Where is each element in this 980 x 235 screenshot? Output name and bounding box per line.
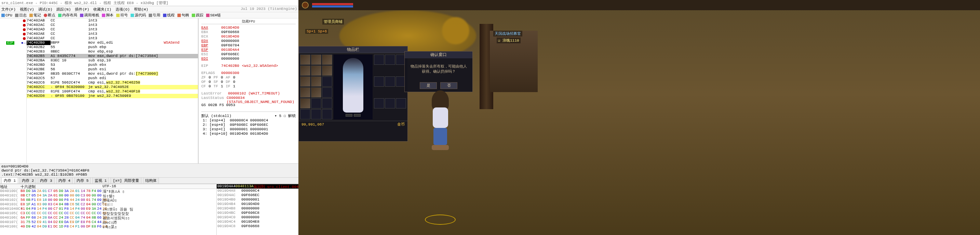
stack-row[interactable]: 0019D4C809F60668 bbox=[217, 224, 298, 229]
inv-slot[interactable] bbox=[300, 65, 310, 76]
local-row[interactable]: 2: [esp+8] 09F606EC 09F606EC bbox=[201, 123, 296, 127]
game-viewport[interactable]: 管理员商铺 Sp+1 Sp+6 天国战场招募官 ☑ 浪魄1110 物品栏 bbox=[298, 0, 980, 235]
registers-panel[interactable]: 隐藏FPU EAX0019D4D0EBX09F60668ECX0019D4D0E… bbox=[198, 19, 298, 163]
hex-body[interactable]: 0040100(B8D03A2A01C705D03A2A011478F400瀃*… bbox=[0, 189, 216, 235]
tab-notes[interactable]: 笔记 bbox=[29, 13, 41, 18]
tab-mem2[interactable]: 内存 2 bbox=[19, 177, 36, 184]
avatar-icon[interactable] bbox=[302, 2, 309, 8]
yes-button[interactable]: 是 bbox=[420, 82, 437, 89]
hex-row[interactable]: 0040105(C3CCCCCCCCCCCCCCCCCCCCCCCCCCCCCC… bbox=[0, 211, 216, 216]
hex-row[interactable]: 0040107(317552E94104D2E0DAE9DFE0F6C4447A… bbox=[0, 220, 216, 224]
reg-eip[interactable]: EIP 74C402B0 <ws2_32.WSASend> bbox=[201, 64, 296, 68]
menu-plugin[interactable]: 插件(P) bbox=[75, 7, 89, 11]
reg-edx[interactable]: EDX00000008 bbox=[201, 39, 296, 43]
tab-callstack[interactable]: 调用堆栈 bbox=[80, 13, 99, 18]
reg-ecx[interactable]: ECX0019D4D0 bbox=[201, 35, 296, 39]
stack-row[interactable]: 0019D4C40019D4E8 bbox=[217, 220, 298, 224]
disasm-row[interactable]: 74C402ADCCint3 bbox=[27, 27, 198, 32]
char-nav-btn[interactable] bbox=[345, 114, 352, 117]
reg-ebx[interactable]: EBX09F60668 bbox=[201, 30, 296, 35]
inv-slot[interactable] bbox=[322, 55, 332, 65]
hex-row[interactable]: 0040103(E81FA1830083C4048BC65EC20400CCCC… bbox=[0, 202, 216, 207]
tab-seh[interactable]: SEH链 bbox=[206, 13, 221, 18]
menu-fav[interactable]: 收藏夹(I) bbox=[93, 7, 111, 11]
tab-mem5[interactable]: 内存 5 bbox=[74, 177, 91, 184]
inv-slot[interactable] bbox=[322, 76, 332, 87]
stack-row[interactable]: 0019D4A40048113A返回到 sro_client.0048113A … bbox=[217, 184, 298, 189]
hex-row[interactable]: 0040108(40D94204D9E1DC1DF8C4F100DFE0F6C4… bbox=[0, 224, 216, 229]
stack-row[interactable]: 0019D4B000000001 bbox=[217, 197, 298, 202]
disasm-row[interactable]: 74C402D281FE 100FC474cmp esi,ws2_32.74C4… bbox=[27, 89, 198, 94]
inv-slot[interactable] bbox=[322, 98, 332, 109]
tab-mem1[interactable]: 内存 1 bbox=[2, 177, 18, 184]
reg-eax[interactable]: EAX0019D4D0 bbox=[201, 25, 296, 30]
menu-file[interactable]: 文件(F) bbox=[2, 7, 16, 11]
char-nav-btn[interactable] bbox=[354, 114, 361, 117]
confirm-dialog[interactable]: 确认窗口 物品掉落失去所有权，可能由他人 获得。确认扔掉吗？ 是 否 bbox=[404, 51, 473, 92]
disasm-row[interactable]: 74C402AFCCint3 bbox=[27, 36, 198, 41]
disasm-row[interactable]: 74C402BF8B35 0030C774mov esi,dword ptr d… bbox=[27, 72, 198, 76]
tab-source[interactable]: 源代码 bbox=[130, 13, 146, 18]
menu-trace[interactable]: 跟踪(N) bbox=[56, 7, 71, 11]
npc-label[interactable]: 天国战场招募官 bbox=[493, 31, 522, 36]
equip-slot[interactable] bbox=[385, 98, 395, 109]
inv-slot[interactable] bbox=[322, 109, 332, 119]
stack-row[interactable]: 0019D4B800000000 bbox=[217, 207, 298, 211]
inv-slot[interactable] bbox=[311, 65, 321, 76]
disasm-row[interactable]: 74C402B5A1 8435C774mov eax,dword ptr ds:… bbox=[27, 54, 198, 58]
tab-threads[interactable]: 线程 bbox=[163, 13, 175, 18]
gutter[interactable]: EIP●→ bbox=[0, 19, 27, 163]
disasm-row[interactable]: 74C402AECCint3 bbox=[27, 32, 198, 36]
tab-breakpoints[interactable]: 断点 bbox=[44, 13, 56, 18]
stack-row[interactable]: 0019D4A8000008C4 bbox=[217, 189, 298, 193]
tab-watch1[interactable]: 监视 1 bbox=[92, 177, 109, 184]
reg-edi[interactable]: EDI00000000 bbox=[201, 57, 296, 61]
equip-slot[interactable] bbox=[374, 98, 384, 109]
inv-slot[interactable] bbox=[311, 109, 321, 119]
disasm-row[interactable]: 74C402BA83EC 10sub esp,10 bbox=[27, 58, 198, 63]
inv-slot[interactable] bbox=[300, 87, 310, 98]
stack-panel[interactable]: 0019D4A40048113A返回到 sro_client.0048113A … bbox=[216, 184, 298, 235]
inv-slot[interactable] bbox=[300, 55, 310, 65]
disasm-row[interactable]: 74C402B255push ebp bbox=[27, 45, 198, 49]
hex-row[interactable]: 0040100(B8D03A2A01C705D03A2A011478F400瀃*… bbox=[0, 189, 216, 193]
local-row[interactable]: 4: [esp+10] 0019D4D0 0019D4D0 bbox=[201, 132, 296, 136]
stack-row[interactable]: 0019D4BC09F606C8 bbox=[217, 211, 298, 215]
disasm-row[interactable]: 74C402ABCCint3 bbox=[27, 19, 198, 23]
tab-handles[interactable]: 句柄 bbox=[177, 13, 189, 18]
npc-label[interactable]: 管理员商铺 bbox=[322, 19, 344, 25]
disassembly-list[interactable]: 74C402ABCCint374C402ACCCint374C402ADCCin… bbox=[27, 19, 198, 163]
equip-slot[interactable] bbox=[374, 76, 384, 87]
tab-struct[interactable]: 结构体 bbox=[143, 177, 159, 184]
hex-row[interactable]: 00401040C74104F814F400C701F814F400E93A24… bbox=[0, 207, 216, 211]
tab-trace[interactable]: 跟踪 bbox=[192, 13, 204, 18]
tab-memory[interactable]: 内存布局 bbox=[58, 13, 77, 18]
menu-debug[interactable]: 调试(D) bbox=[38, 7, 52, 11]
tab-script[interactable]: 脚本 bbox=[102, 13, 113, 18]
stack-row[interactable]: 0019D4AC09F606EC bbox=[217, 193, 298, 197]
inv-slot[interactable] bbox=[322, 87, 332, 98]
no-button[interactable]: 否 bbox=[440, 82, 457, 89]
inventory-window[interactable]: 物品栏 bbox=[298, 46, 408, 142]
hex-dump[interactable]: 地址 十六进制 UTF-16 0040100(B8D03A2A01C705D03… bbox=[0, 184, 216, 235]
local-row[interactable]: 1: [esp+4] 000008C4 000008C4 bbox=[201, 118, 296, 123]
tab-mem4[interactable]: 内存 4 bbox=[56, 177, 73, 184]
tab-symbols[interactable]: 符号 bbox=[116, 13, 128, 18]
player-character[interactable] bbox=[428, 92, 452, 160]
disasm-row[interactable]: 74C402CC- 0F84 5C020000je ws2_32.74C4052… bbox=[27, 85, 198, 89]
reg-esi[interactable]: ESI09F606EC bbox=[201, 52, 296, 57]
tab-log[interactable]: 日志 bbox=[15, 13, 27, 18]
inv-slot[interactable] bbox=[311, 55, 321, 65]
tab-refs[interactable]: 引用 bbox=[149, 13, 160, 18]
disasm-row[interactable]: 74C402ACCCint3 bbox=[27, 23, 198, 27]
tab-cpu[interactable]: CPU bbox=[2, 13, 12, 17]
hex-row[interactable]: 0040106(6AFF6824286ACC2428CC0474048B6639… bbox=[0, 216, 216, 220]
disasm-row[interactable]: 74C402BD53push ebx bbox=[27, 63, 198, 67]
stack-row[interactable]: 0019D4B40019D4D0 bbox=[217, 202, 298, 207]
equip-slot[interactable] bbox=[385, 55, 395, 65]
inv-slot[interactable] bbox=[300, 109, 310, 119]
stack-body[interactable]: 0019D4A40048113A返回到 sro_client.0048113A … bbox=[217, 184, 298, 229]
inv-slot[interactable] bbox=[311, 87, 321, 98]
inv-slot[interactable] bbox=[311, 98, 321, 109]
local-row[interactable]: 3: [esp+C] 00000001 00000001 bbox=[201, 127, 296, 132]
